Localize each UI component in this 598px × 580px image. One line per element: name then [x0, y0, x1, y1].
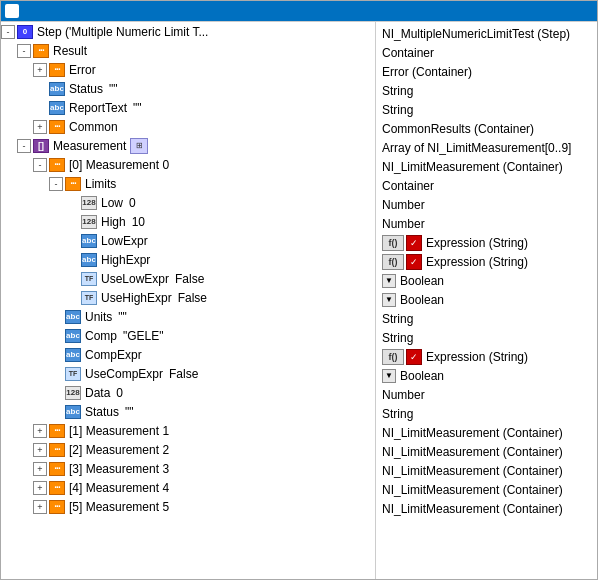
type-label: Container [382, 179, 434, 193]
collapse-button[interactable]: - [17, 139, 31, 153]
tree-row[interactable]: +···[1] Measurement 1 [1, 421, 375, 440]
type-row: Number [380, 195, 597, 214]
cluster-icon: ··· [49, 120, 65, 134]
check-button[interactable]: ✓ [406, 349, 422, 365]
step-icon [5, 4, 19, 18]
grid-icon[interactable]: ⊞ [130, 138, 148, 154]
collapse-button[interactable]: - [1, 25, 15, 39]
type-row: String [380, 81, 597, 100]
tree-row[interactable]: -[]Measurement⊞ [1, 136, 375, 155]
type-row: f()✓Expression (String) [380, 233, 597, 252]
header-row [1, 1, 597, 21]
dropdown-arrow[interactable]: ▼ [382, 274, 396, 288]
node-label: [4] Measurement 4 [69, 481, 169, 495]
type-label: String [382, 331, 413, 345]
node-label: [1] Measurement 1 [69, 424, 169, 438]
tree-row[interactable]: abcHighExpr [1, 250, 375, 269]
type-label: NI_MultipleNumericLimitTest (Step) [382, 27, 570, 41]
tree-row[interactable]: abcReportText"" [1, 98, 375, 117]
type-label: Boolean [400, 369, 444, 383]
tree-row[interactable]: -···Result [1, 41, 375, 60]
tree-row[interactable]: -···[0] Measurement 0 [1, 155, 375, 174]
node-label: Low [101, 196, 123, 210]
collapse-button[interactable]: - [17, 44, 31, 58]
node-label: HighExpr [101, 253, 150, 267]
collapse-button[interactable]: - [49, 177, 63, 191]
expression-button[interactable]: f() [382, 235, 404, 251]
node-value: 10 [132, 215, 145, 229]
tree-row[interactable]: abcLowExpr [1, 231, 375, 250]
tree-row[interactable]: abcUnits"" [1, 307, 375, 326]
node-label: Limits [85, 177, 116, 191]
node-label: [5] Measurement 5 [69, 500, 169, 514]
node-label: [3] Measurement 3 [69, 462, 169, 476]
expand-button[interactable]: + [33, 63, 47, 77]
expand-button[interactable]: + [33, 120, 47, 134]
dropdown-arrow[interactable]: ▼ [382, 369, 396, 383]
check-button[interactable]: ✓ [406, 254, 422, 270]
type-label: Number [382, 388, 425, 402]
dropdown-arrow[interactable]: ▼ [382, 293, 396, 307]
type-label: Array of NI_LimitMeasurement[0..9] [382, 141, 571, 155]
abc-icon: abc [49, 101, 65, 115]
check-button[interactable]: ✓ [406, 235, 422, 251]
expand-button[interactable]: + [33, 424, 47, 438]
type-row: NI_LimitMeasurement (Container) [380, 423, 597, 442]
expand-button[interactable]: + [33, 500, 47, 514]
type-label: NI_LimitMeasurement (Container) [382, 483, 563, 497]
type-row: NI_LimitMeasurement (Container) [380, 499, 597, 518]
tree-row[interactable]: abcStatus"" [1, 79, 375, 98]
tree-row[interactable]: +···[2] Measurement 2 [1, 440, 375, 459]
type-label: Number [382, 217, 425, 231]
type-row: Container [380, 176, 597, 195]
node-value: False [178, 291, 207, 305]
tree-row[interactable]: +···Common [1, 117, 375, 136]
tree-row[interactable]: abcComp"GELE" [1, 326, 375, 345]
type-row: Error (Container) [380, 62, 597, 81]
tree-row[interactable]: +···[5] Measurement 5 [1, 497, 375, 516]
type-label: Number [382, 198, 425, 212]
tree-row[interactable]: abcCompExpr [1, 345, 375, 364]
node-label: UseLowExpr [101, 272, 169, 286]
expression-button[interactable]: f() [382, 349, 404, 365]
node-label: Error [69, 63, 96, 77]
expand-button[interactable]: + [33, 443, 47, 457]
cluster-icon: ··· [49, 158, 65, 172]
num-icon: 128 [65, 386, 81, 400]
tree-row[interactable]: TFUseCompExprFalse [1, 364, 375, 383]
cluster-icon: ··· [49, 481, 65, 495]
tree-row[interactable]: +···[3] Measurement 3 [1, 459, 375, 478]
type-row: String [380, 328, 597, 347]
type-label: Boolean [400, 293, 444, 307]
type-row: NI_LimitMeasurement (Container) [380, 157, 597, 176]
node-value: "" [118, 310, 127, 324]
tree-row[interactable]: TFUseHighExprFalse [1, 288, 375, 307]
node-value: False [169, 367, 198, 381]
tree-row[interactable]: +···Error [1, 60, 375, 79]
node-label: Step ('Multiple Numeric Limit T... [37, 25, 208, 39]
type-row: String [380, 309, 597, 328]
node-label: UseCompExpr [85, 367, 163, 381]
tree-row[interactable]: -···Limits [1, 174, 375, 193]
tree-row[interactable]: 128Low0 [1, 193, 375, 212]
tree-row[interactable]: +···[4] Measurement 4 [1, 478, 375, 497]
collapse-button[interactable]: - [33, 158, 47, 172]
tree-row[interactable]: abcStatus"" [1, 402, 375, 421]
abc-icon: abc [81, 234, 97, 248]
node-label: Data [85, 386, 110, 400]
type-row: NI_MultipleNumericLimitTest (Step) [380, 24, 597, 43]
type-label: NI_LimitMeasurement (Container) [382, 464, 563, 478]
type-row: ▼Boolean [380, 366, 597, 385]
tree-row[interactable]: 128Data0 [1, 383, 375, 402]
type-label: CommonResults (Container) [382, 122, 534, 136]
expand-button[interactable]: + [33, 481, 47, 495]
tree-row[interactable]: 128High10 [1, 212, 375, 231]
type-label: String [382, 312, 413, 326]
expression-button[interactable]: f() [382, 254, 404, 270]
tree-row[interactable]: -0Step ('Multiple Numeric Limit T... [1, 22, 375, 41]
abc-icon: abc [65, 329, 81, 343]
type-label: Expression (String) [426, 255, 528, 269]
type-label: Boolean [400, 274, 444, 288]
expand-button[interactable]: + [33, 462, 47, 476]
tree-row[interactable]: TFUseLowExprFalse [1, 269, 375, 288]
